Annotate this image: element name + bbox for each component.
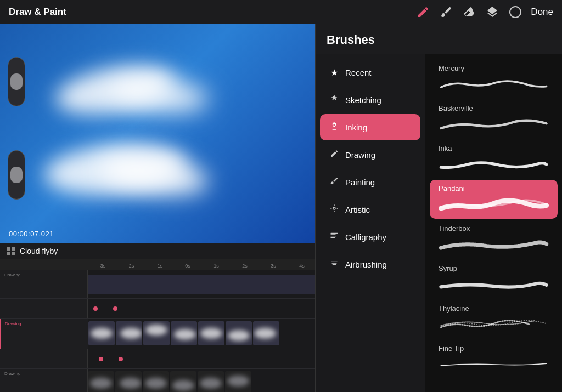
brush-thylacine-name: Thylacine — [439, 304, 549, 313]
svg-point-1 — [333, 207, 335, 209]
track-4-label — [0, 349, 88, 368]
track-2-label — [0, 299, 88, 318]
grid-icon — [7, 247, 15, 255]
category-inking-label: Inking — [345, 123, 367, 132]
brush-fine-tip-preview — [439, 355, 549, 374]
timeline-title: Cloud flyby — [20, 247, 58, 255]
brush-mercury-name: Mercury — [439, 64, 549, 72]
done-button[interactable]: Done — [531, 7, 553, 18]
brushes-body: ★ Recent Sketching — [316, 54, 562, 392]
artistic-icon — [329, 204, 340, 215]
category-calligraphy-label: Calligraphy — [345, 232, 386, 242]
keyframe-dot[interactable] — [119, 357, 123, 361]
category-recent[interactable]: ★ Recent — [320, 60, 420, 86]
category-sketching[interactable]: Sketching — [320, 87, 420, 113]
brushes-panel: Brushes ★ Recent Sketching — [315, 24, 562, 392]
brush-baskerville-preview — [439, 115, 549, 134]
track-1-label: Drawing — [0, 270, 88, 298]
brush-tinderbox[interactable]: Tinderbox — [430, 220, 558, 259]
track-3-label: Drawing — [1, 319, 88, 349]
brush-baskerville-name: Baskerville — [439, 104, 549, 112]
sketching-icon — [329, 94, 340, 105]
brush-inka-preview — [439, 155, 549, 174]
track-5-label: Drawing — [0, 369, 88, 392]
calligraphy-icon — [329, 231, 340, 242]
category-calligraphy[interactable]: Calligraphy — [320, 224, 420, 250]
category-sketching-label: Sketching — [345, 95, 381, 105]
thumbnails — [88, 321, 279, 345]
category-painting[interactable]: Painting — [320, 169, 420, 195]
inking-icon — [329, 122, 340, 133]
brush-fine-tip[interactable]: Fine Tip — [430, 340, 558, 379]
pen-tool[interactable] — [415, 4, 431, 20]
category-airbrushing[interactable]: Airbrushing — [320, 251, 420, 277]
category-drawing[interactable]: Drawing — [320, 141, 420, 168]
category-artistic[interactable]: Artistic — [320, 196, 420, 223]
category-painting-label: Painting — [345, 178, 375, 187]
brush-inka-name: Inka — [439, 144, 549, 152]
eraser-tool[interactable] — [462, 4, 477, 20]
brush-syrup-name: Syrup — [439, 264, 549, 272]
opacity-slider[interactable] — [8, 150, 25, 200]
layers-tool[interactable] — [485, 4, 500, 20]
app-title: Draw & Paint — [9, 7, 66, 18]
thumbnails-2 — [88, 371, 251, 392]
brush-thylacine[interactable]: Thylacine — [430, 300, 558, 339]
brush-thylacine-preview — [439, 315, 549, 334]
keyframe-dot[interactable] — [93, 306, 98, 311]
drawing-icon — [329, 149, 340, 160]
brush-inka[interactable]: Inka — [430, 140, 558, 179]
slider-panel — [8, 57, 25, 200]
star-icon: ★ — [329, 67, 340, 78]
top-bar: Draw & Paint — [0, 0, 562, 24]
category-airbrushing-label: Airbrushing — [345, 260, 387, 269]
airbrushing-icon — [329, 259, 340, 270]
category-artistic-label: Artistic — [345, 205, 370, 214]
category-inking[interactable]: Inking — [320, 114, 420, 140]
brush-baskerville[interactable]: Baskerville — [430, 100, 558, 139]
smudge-tool[interactable] — [439, 4, 454, 20]
brush-mercury-preview — [439, 75, 549, 94]
category-recent-label: Recent — [345, 68, 372, 77]
brushes-title: Brushes — [316, 24, 562, 54]
brush-pandani[interactable]: Pandani — [430, 180, 558, 219]
color-tool[interactable] — [508, 4, 523, 20]
keyframe-dot[interactable] — [99, 357, 103, 361]
brush-pandani-preview — [439, 195, 549, 214]
brush-syrup-preview — [439, 275, 549, 294]
brush-tinderbox-name: Tinderbox — [439, 224, 549, 232]
keyframe-dot[interactable] — [113, 306, 117, 311]
brush-pandani-name: Pandani — [439, 184, 549, 192]
size-slider[interactable] — [8, 57, 25, 106]
category-list: ★ Recent Sketching — [316, 54, 425, 392]
timecode: 00:00:07.021 — [9, 230, 54, 238]
brush-syrup[interactable]: Syrup — [430, 260, 558, 299]
painting-icon — [329, 177, 340, 188]
svg-point-0 — [510, 7, 521, 18]
brush-fine-tip-name: Fine Tip — [439, 344, 549, 353]
toolbar: Done — [415, 4, 553, 20]
brush-mercury[interactable]: Mercury — [430, 60, 558, 99]
main-area: 00:00:07.021 Cloud flyby -3s -2s -1s 0s … — [0, 24, 562, 392]
category-drawing-label: Drawing — [345, 150, 375, 160]
brush-tinderbox-preview — [439, 235, 549, 254]
brush-list: Mercury Baskerville — [425, 54, 562, 392]
